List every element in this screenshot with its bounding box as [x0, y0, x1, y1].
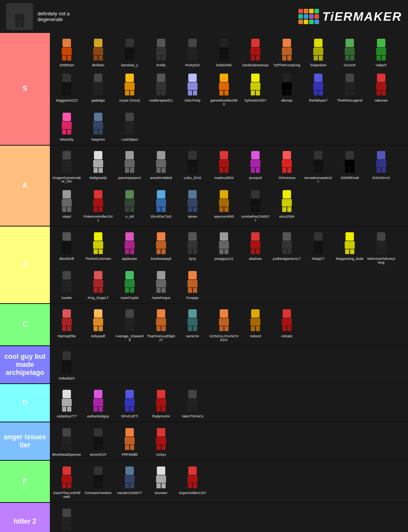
list-item[interactable]: Average_10yearold	[114, 305, 145, 344]
list-item[interactable]: zombiefirer2345677	[240, 186, 271, 224]
list-item[interactable]: DankDaDestroya	[240, 34, 271, 69]
list-item[interactable]: Malignantly	[83, 147, 114, 182]
list-item[interactable]: AyeeFergus	[146, 267, 176, 302]
avatar	[148, 71, 174, 98]
list-item[interactable]: tornadosmasters21	[303, 147, 334, 186]
item-username: 30000Email	[341, 176, 359, 180]
list-item[interactable]: Porky525	[177, 34, 208, 69]
list-item[interactable]: aleroqu	[271, 70, 302, 104]
list-item[interactable]: o_old	[114, 186, 145, 220]
list-item[interactable]: erico2584	[271, 186, 302, 220]
list-item[interactable]: eathenbobguy	[83, 386, 114, 420]
tier-content-f: GavisTheLordOfdeathCrimeanFreedomnarubin…	[50, 461, 408, 502]
list-item[interactable]: cedarboy777	[51, 386, 82, 420]
list-item[interactable]: 9y2y	[177, 228, 208, 263]
list-item[interactable]: King_DogeLT	[83, 267, 114, 302]
list-item[interactable]: SuperSoldier1337	[177, 462, 208, 497]
list-item[interactable]: applenper	[114, 228, 145, 263]
list-item[interactable]: pourpod	[240, 147, 271, 182]
list-item[interactable]: madmud354	[209, 147, 239, 182]
list-item[interactable]: narubin2345677	[114, 462, 145, 497]
list-item[interactable]: MissKitty	[51, 109, 82, 143]
list-item[interactable]: 200Ethan	[51, 34, 82, 69]
tier-label-anger: anger issues tier	[0, 422, 50, 460]
list-item[interactable]: kirbyasdf	[83, 305, 114, 340]
list-item[interactable]: luanke	[51, 267, 82, 302]
item-username: TheRisinLegend	[337, 99, 362, 103]
list-item[interactable]: Sylvester2007	[240, 70, 271, 104]
list-item[interactable]: gameshowfan2960	[209, 70, 239, 108]
list-item[interactable]: Kalwala23	[51, 348, 82, 382]
avatar	[336, 36, 363, 63]
list-item[interactable]: therikibyao7	[303, 70, 334, 104]
list-item[interactable]: Sniperkam	[303, 34, 334, 69]
list-item[interactable]: xAyse (Once)	[114, 70, 145, 104]
list-item[interactable]: Pokemontroller1541	[83, 186, 114, 224]
avatar	[85, 387, 112, 414]
tier-label-hitler2: hitler 2	[0, 503, 50, 532]
list-item[interactable]: ZetaTrinity	[177, 70, 208, 104]
list-item[interactable]: doggyshot123	[51, 70, 82, 104]
list-item[interactable]: bombeaway8	[146, 228, 176, 263]
list-item[interactable]: 30000Email	[334, 147, 365, 182]
list-item[interactable]: TpfThePumpKing	[271, 34, 302, 69]
list-item[interactable]: GavisTheLordOfdeath	[51, 462, 82, 501]
avatar	[148, 387, 174, 414]
list-item[interactable]: Ninjaj77	[303, 228, 334, 263]
list-item[interactable]: nakonan	[366, 70, 396, 104]
list-item[interactable]: Xebord	[240, 305, 271, 340]
list-item[interactable]: TheRisinLegend	[334, 70, 365, 104]
list-item[interactable]: justbestgamerALT	[271, 228, 302, 263]
list-item[interactable]: thegameing_dude	[334, 228, 365, 263]
tier-row-hitler2: hitler 2User354	[0, 503, 408, 532]
list-item[interactable]: EvilJohnA3	[366, 147, 396, 182]
list-item[interactable]: WelcomeToEverything	[366, 228, 396, 266]
item-username: Xebord	[250, 335, 261, 338]
list-item[interactable]: BlxckDrift	[51, 228, 82, 263]
list-item[interactable]: User354	[51, 504, 82, 532]
list-item[interactable]: aliadnan	[240, 228, 271, 263]
list-item[interactable]: stepd	[51, 186, 82, 220]
list-item[interactable]: ShAdOw7342	[146, 186, 176, 220]
list-item[interactable]: AyeeCryptic	[114, 267, 145, 302]
list-item[interactable]: Adriatiz	[271, 305, 302, 340]
list-item[interactable]: YinFamous	[271, 147, 302, 182]
list-item[interactable]: Funpigu	[177, 267, 208, 302]
list-item[interactable]: Radynnn04	[146, 386, 176, 420]
list-item[interactable]: simon5137	[83, 424, 114, 458]
avatar	[85, 36, 112, 63]
list-item[interactable]: jaansniperpro2	[114, 147, 145, 182]
list-item[interactable]: TheNotCommies	[83, 228, 114, 263]
list-item[interactable]: HipHopElite	[51, 305, 82, 340]
item-username: gameshowfan2960	[209, 99, 239, 107]
list-item[interactable]: CrimeanFreedom	[83, 462, 114, 497]
list-item[interactable]: iBxllistic	[83, 34, 114, 69]
list-item[interactable]: gadadgo	[83, 70, 114, 104]
list-item[interactable]: Lobo_2016	[177, 147, 208, 182]
list-item[interactable]: semic34	[177, 305, 208, 340]
list-item[interactable]: poopguy131	[209, 228, 239, 263]
list-item[interactable]: DragonGamermaker_NG	[51, 147, 82, 186]
avatar	[85, 149, 112, 176]
item-username: tornadosmasters21	[304, 176, 333, 184]
list-item[interactable]: noetlerspeed11	[146, 70, 176, 104]
list-item[interactable]: LostObject	[114, 109, 145, 143]
list-item[interactable]: lainee	[177, 186, 208, 220]
list-item[interactable]: PRF808Bl	[114, 424, 145, 458]
list-item[interactable]: D1vin3r	[334, 34, 365, 69]
list-item[interactable]: fruitify	[146, 34, 176, 69]
list-item[interactable]: ThatOneGuyElijah27	[146, 305, 176, 344]
list-item[interactable]: boontee	[146, 462, 176, 497]
list-item[interactable]: BlockheadSpencer	[51, 424, 82, 458]
list-item[interactable]: bob84396	[209, 34, 239, 69]
list-item[interactable]: banshee_y	[114, 34, 145, 69]
list-item[interactable]: SPAGUETI	[114, 386, 145, 420]
list-item[interactable]: hargmon	[83, 109, 114, 143]
list-item[interactable]: GONZALOSANCHEZm	[209, 305, 239, 344]
list-item[interactable]: Valtych	[366, 34, 396, 69]
item-username: eathenbobguy	[87, 415, 109, 419]
list-item[interactable]: spencer4995	[209, 186, 239, 220]
list-item[interactable]: ValenTinFaCo	[177, 386, 208, 420]
list-item[interactable]: arandomfatkid	[146, 147, 176, 182]
list-item[interactable]: rockys	[146, 424, 176, 458]
